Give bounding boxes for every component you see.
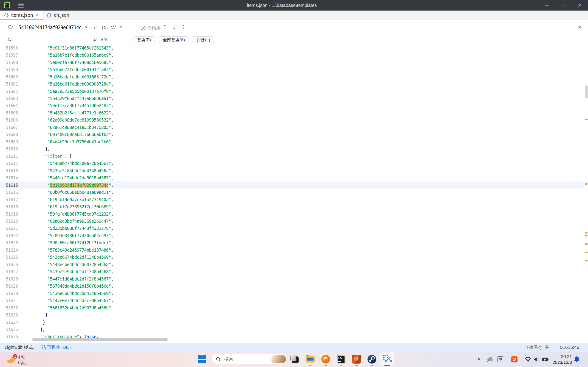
taskbar-clock[interactable]: 20:21 2023/12/3 bbox=[552, 354, 572, 365]
snipping-tool-icon[interactable] bbox=[380, 352, 394, 366]
horizontal-scrollbar[interactable] bbox=[32, 338, 168, 341]
code-line[interactable]: 51632 "5661632d4bdc2d903d8b456b" bbox=[0, 304, 584, 311]
weather-widget[interactable]: 1 4°C 晴朗 bbox=[7, 353, 27, 366]
sogou-input-icon[interactable]: S bbox=[511, 356, 518, 362]
code-line[interactable]: 51605 "5b432b2f5acfc4771e1c6622", bbox=[0, 109, 584, 116]
search-icon[interactable] bbox=[7, 25, 13, 31]
regex-toggle[interactable]: .* bbox=[119, 25, 122, 30]
code-line[interactable]: 51603 "5b4329f05acfc47a86086aa1", bbox=[0, 95, 584, 102]
exclude-button[interactable]: 排除(L) bbox=[193, 36, 214, 43]
access-full-ide-link[interactable]: 访问完整 IDE∨ bbox=[42, 344, 73, 350]
code-line[interactable]: 51604 "59ef13ca86f77445fd0e2483", bbox=[0, 102, 584, 109]
tab-close-icon[interactable]: × bbox=[35, 13, 38, 18]
newline-icon[interactable] bbox=[92, 37, 98, 43]
battery-charging-icon[interactable] bbox=[542, 357, 550, 362]
code-line[interactable]: 51597 "5a16b7e1fcdbcb00165aa6c9", bbox=[0, 51, 584, 58]
search-match-stripe-mark[interactable] bbox=[585, 232, 588, 234]
code-line[interactable]: 51626 "5448ecbe4bdc2d60728b4568", bbox=[0, 261, 584, 268]
code-line[interactable]: 51609 "64d4b23dc1b37504b41ac2b6" bbox=[0, 138, 584, 145]
code-line[interactable]: 51621 "5d235bb686f77443f4331278", bbox=[0, 225, 584, 232]
code-line[interactable]: 51614 "5448fe124bdc2da5018b4567", bbox=[0, 174, 584, 181]
code-line[interactable]: 51633 ] bbox=[0, 311, 584, 318]
maximize-button[interactable] bbox=[555, 0, 571, 10]
code-line[interactable]: 51606 "62a09e08de7ac81993580532", bbox=[0, 117, 584, 124]
close-button[interactable]: × bbox=[571, 0, 588, 10]
next-match-icon[interactable]: ↓ bbox=[172, 24, 176, 30]
ime-chinese-icon[interactable]: 中 bbox=[498, 357, 503, 362]
newline-icon[interactable] bbox=[92, 25, 98, 31]
code-line[interactable]: 51630 "543be5664bdc2dd4348b4569", bbox=[0, 290, 584, 297]
code-line[interactable]: 51622 "5c093e3486f77430cb02e593", bbox=[0, 232, 584, 239]
pycharm-icon[interactable]: PC bbox=[337, 355, 346, 364]
more-options-icon[interactable]: ⋮ bbox=[181, 24, 186, 30]
code-line[interactable]: 51602 "5aa7e373e5b5b000137b76f0", bbox=[0, 88, 584, 95]
code-line[interactable]: 51601 "5a16ba61fcdbcb098008728a", bbox=[0, 80, 584, 87]
code-line[interactable]: 51619 "59fafd4b86f7745ca07e1232", bbox=[0, 210, 584, 217]
code-line[interactable]: 51634 } bbox=[0, 319, 584, 326]
search-match-stripe-mark[interactable] bbox=[585, 252, 588, 253]
vertical-scrollbar-thumb[interactable] bbox=[585, 85, 588, 98]
search-input[interactable]: 5c110624d174af029e69734c bbox=[18, 25, 82, 30]
wifi-icon[interactable] bbox=[525, 357, 531, 362]
search-match-stripe-mark[interactable] bbox=[585, 119, 588, 120]
code-line[interactable]: 51631 "5447e0e74bdc2d3c308b4567", bbox=[0, 297, 584, 304]
code-line[interactable]: 51611 "Filter": [ bbox=[0, 152, 584, 160]
start-button[interactable] bbox=[198, 355, 206, 364]
lightedit-mode-label: LightEdit 模式。 bbox=[5, 344, 37, 350]
code-line[interactable]: 51623 "590c60fc86f77412b13fddcf", bbox=[0, 239, 584, 246]
code-line[interactable]: 51628 "5447e1d04bdc2dff2f8b4567", bbox=[0, 275, 584, 282]
qiu-app-icon[interactable]: 秋 bbox=[352, 355, 361, 364]
replace-button[interactable]: 替换(P) bbox=[133, 36, 155, 43]
volume-icon[interactable] bbox=[533, 356, 541, 363]
match-case-toggle[interactable]: Cc bbox=[102, 25, 108, 30]
code-line[interactable]: 51618 "619cbf7d23893217ec30b689", bbox=[0, 203, 584, 210]
browser-icon[interactable] bbox=[321, 355, 330, 364]
tab-items-json[interactable]: {} items.json × bbox=[0, 10, 43, 19]
editor[interactable]: 51596 "5e01f31d86f77465cf261343",51597 "… bbox=[0, 46, 588, 343]
line-number: 51617 bbox=[0, 197, 18, 202]
code-line[interactable]: 51598 "5e00cfa786f77469dc6e5685", bbox=[0, 59, 584, 66]
clear-search-icon[interactable]: × bbox=[85, 24, 88, 31]
caret-position[interactable]: 51615:46 bbox=[560, 345, 579, 350]
search-match-stripe-mark[interactable] bbox=[585, 243, 588, 245]
code-line[interactable]: 51607 "62a61c988ec41a51b34758d5", bbox=[0, 124, 584, 131]
code-line[interactable]: 51599 "5a16b672fcdbcb001912fa83", bbox=[0, 66, 584, 73]
code-line[interactable]: 51635 ], bbox=[0, 326, 584, 333]
close-find-panel-icon[interactable]: × bbox=[578, 24, 582, 31]
window-title: items.json - ...\database\templates bbox=[0, 0, 564, 10]
taskbar-search-box[interactable]: 搜索 bbox=[211, 354, 287, 364]
file-explorer-icon[interactable] bbox=[306, 355, 315, 364]
code-line[interactable]: 51625 "543be6674bdc2df1348b4569", bbox=[0, 254, 584, 261]
search-match-stripe-mark[interactable] bbox=[585, 183, 588, 185]
code-line[interactable]: 51612 "5448eb774bdc2d0a728b4567", bbox=[0, 160, 584, 167]
preserve-case-toggle[interactable]: A›A bbox=[101, 37, 107, 42]
code-line[interactable]: 51610 ], bbox=[0, 145, 584, 152]
minimize-button[interactable] bbox=[538, 0, 555, 10]
code-line[interactable]: 51608 "603409c80ca681766b6a0fb2", bbox=[0, 131, 584, 138]
line-number: 51619 bbox=[0, 211, 18, 217]
code-line[interactable]: 51613 "543be5f84bdc2dd4348b456a", bbox=[0, 167, 584, 174]
code-line[interactable]: 51600 "5a16badafcdbcb001865f72d", bbox=[0, 73, 584, 80]
task-view-icon[interactable] bbox=[290, 355, 299, 364]
replace-all-button[interactable]: 全部替换(A) bbox=[159, 36, 189, 43]
code-line[interactable]: 51616 "60b0f6c058e0b0481a09ad11", bbox=[0, 189, 584, 196]
search-match-stripe-mark[interactable] bbox=[585, 260, 588, 261]
search-match-stripe-mark[interactable] bbox=[585, 235, 588, 236]
bing-daily-image[interactable] bbox=[271, 355, 286, 363]
code-line[interactable]: 51617 "619cbf9e0a7c3a1a2731940a", bbox=[0, 196, 584, 203]
code-line[interactable]: 51596 "5e01f31d86f77465cf261343", bbox=[0, 46, 584, 51]
tray-expand-icon[interactable]: ∧ bbox=[477, 356, 480, 361]
code-line[interactable]: 51629 "567849dd4bdc2d150f8b456e", bbox=[0, 282, 584, 290]
notification-bell-icon[interactable] bbox=[573, 356, 580, 364]
code-line[interactable]: 51624 "5783c43d2459774bbe137486", bbox=[0, 246, 584, 253]
replace-icon[interactable] bbox=[7, 37, 13, 43]
previous-match-icon[interactable]: ↑ bbox=[163, 24, 167, 30]
whole-words-toggle[interactable]: W bbox=[111, 25, 116, 30]
tab-ch-json[interactable]: {} ch.json bbox=[43, 10, 77, 19]
onedrive-paused-icon[interactable] bbox=[486, 356, 494, 362]
code-line[interactable]: 51620 "62a09d3bcf4a99369e262447", bbox=[0, 217, 584, 225]
code-line[interactable]: 51615 "5c110624d174af029e69734c", bbox=[0, 181, 584, 189]
steam-icon[interactable] bbox=[367, 355, 376, 364]
code-line[interactable]: 51627 "543be5e94bdc2df1348b4568", bbox=[0, 268, 584, 275]
find-replace-panel: 5c110624d174af029e69734c × Cc W .* 10 个结… bbox=[0, 19, 588, 46]
